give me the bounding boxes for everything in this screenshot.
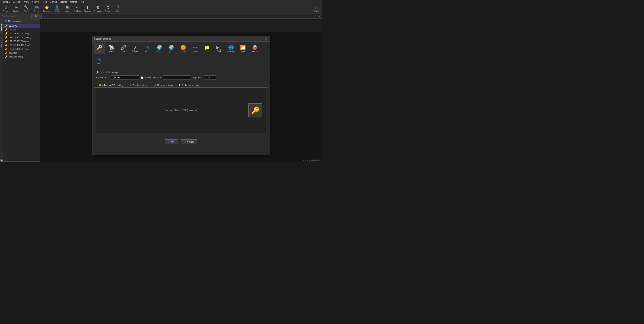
cancel-button[interactable]: ✘ Cancel xyxy=(181,140,198,144)
ftp-proto-icon: 🌍 xyxy=(168,45,174,50)
session-item-5[interactable]: 🔑 192.168.106.189 (root) xyxy=(3,43,40,47)
toolbar-settings[interactable]: ⚙ Settings xyxy=(103,4,113,13)
cancel-x-icon: ✘ xyxy=(184,141,186,143)
sidebar-tab-macros[interactable]: Macros xyxy=(0,40,3,50)
proto-tab-ftp[interactable]: 🌍 FTP xyxy=(166,43,177,54)
session-panel-resize[interactable] xyxy=(3,161,40,162)
toolbar-sessions-label: Sessions xyxy=(43,10,50,12)
proto-tab-ssh[interactable]: 🔑 SSH xyxy=(94,43,105,54)
sidebar-send-btn[interactable]: ▶ xyxy=(0,159,3,162)
specify-username-label: Specify username xyxy=(144,76,161,79)
proto-tab-rsh[interactable]: 🔗 Rsh xyxy=(118,43,129,54)
menu-macros[interactable]: Macros xyxy=(69,0,78,4)
specify-username-checkbox[interactable] xyxy=(141,76,144,79)
sub-tab-advanced-ssh[interactable]: 🔑 Advanced SSH settings xyxy=(96,83,127,87)
proto-tab-mosh-label: Mosh xyxy=(240,51,245,53)
bookmark-settings-icon: ⭐ xyxy=(178,84,181,86)
menu-help[interactable]: Help xyxy=(78,0,86,4)
proto-tab-browser[interactable]: 🌐 Browser xyxy=(225,43,236,54)
toolbar-xserver[interactable]: ✕ X server xyxy=(311,4,321,13)
split-icon: ⊞ xyxy=(66,5,69,10)
sub-tab-terminal[interactable]: 🖥 Terminal settings xyxy=(127,83,151,87)
session-item-4[interactable]: 🔑 192.168.103.56(kyra) xyxy=(3,40,40,43)
session-item-8[interactable]: 🔑 localhost (kyra) xyxy=(3,55,40,59)
remote-host-input[interactable] xyxy=(111,76,140,80)
toolbar-multiexec[interactable]: ↔ MultiExec xyxy=(72,4,82,13)
menu-games[interactable]: Games xyxy=(49,0,58,4)
dialog-close-btn[interactable]: ✕ xyxy=(264,37,268,40)
proto-tab-vnc-label: VNC xyxy=(157,51,161,53)
proto-tab-file[interactable]: 📁 File xyxy=(202,43,213,54)
key-icon-1: 🔑 xyxy=(4,28,8,31)
tunneling-icon: ⬇ xyxy=(86,5,89,10)
proto-tab-ssh-label: SSH xyxy=(98,51,102,53)
key-image: 🔑 xyxy=(248,103,262,118)
toolbar-session[interactable]: 🖥 Session xyxy=(1,4,11,13)
sidebar-collapse-btn[interactable]: « xyxy=(0,19,3,22)
toolbar-view-label: View xyxy=(55,10,59,12)
close-tab-btn[interactable]: ✕ xyxy=(42,14,47,19)
proto-tab-awss3[interactable]: 📦 Aws S3 xyxy=(249,43,260,54)
session-item-7[interactable]: 🔑 localhost xyxy=(3,51,40,55)
new-tab-btn[interactable]: + xyxy=(317,14,322,19)
menu-xserver[interactable]: X server xyxy=(30,0,41,4)
session-item-6[interactable]: 🔑 192.168.106.22 (kyra) xyxy=(3,47,40,51)
session-item-3[interactable]: 🔑 192.168.103.56 (susan) xyxy=(3,36,40,40)
proto-tab-rdp-label: RDP xyxy=(145,51,149,53)
menu-terminal[interactable]: Terminal xyxy=(1,0,12,4)
dialog-buttons: ✔ OK ✘ Cancel xyxy=(92,137,270,147)
proto-tab-telnet[interactable]: 📡 Telnet xyxy=(106,43,117,54)
wsl-proto-icon: ⊞ xyxy=(98,57,102,62)
toolbar: 🖥 Session ✳ Servers 🔧 Tools 🎮 Games ⭐ Se… xyxy=(0,4,322,14)
username-input[interactable] xyxy=(163,76,191,80)
toolbar-sessions[interactable]: ⭐ Sessions xyxy=(42,4,52,13)
menu-settings[interactable]: Settings xyxy=(58,0,68,4)
toolbar-help[interactable]: ❓ Help xyxy=(113,4,123,13)
serial-proto-icon: ✏ xyxy=(193,45,197,50)
proto-tab-wsl[interactable]: ⊞ WSL xyxy=(94,55,105,66)
key-icon-4: 🔑 xyxy=(4,40,8,43)
key-icon-3: 🔑 xyxy=(4,36,8,39)
browser-proto-icon: 🌐 xyxy=(228,45,234,50)
session-item-1[interactable]: 🔑 127.0.0.1 xyxy=(3,28,40,32)
proto-tab-telnet-label: Telnet xyxy=(109,51,114,53)
session-label-0: 127.0.0.1 xyxy=(8,24,18,27)
vertical-sidebar: « Sessions Too... Macros ▶ xyxy=(0,19,3,162)
toolbar-games[interactable]: 🎮 Games xyxy=(32,4,42,13)
toolbar-split[interactable]: ⊞ Split xyxy=(62,4,72,13)
ok-check-icon: ✔ xyxy=(168,141,170,143)
key-large-icon: 🔑 xyxy=(251,106,260,114)
toolbar-view[interactable]: 👤 View xyxy=(52,4,62,13)
sub-tab-bookmark[interactable]: ⭐ Bookmark settings xyxy=(176,83,202,87)
toolbar-tools[interactable]: 🔧 Tools xyxy=(22,4,31,13)
session-item-0[interactable]: 🔑 127.0.0.1 xyxy=(3,24,40,28)
proto-tab-xdmcp[interactable]: ✗ Xdmcp xyxy=(130,43,141,54)
user-browse-icon[interactable]: 👥 xyxy=(193,76,196,79)
proto-tab-serial-label: Serial xyxy=(193,51,198,53)
active-tab[interactable]: 0.01 xyxy=(32,14,42,19)
key-icon-8: 🔑 xyxy=(4,56,8,58)
proto-tab-serial[interactable]: ✏ Serial xyxy=(190,43,201,54)
status-bar: CSDN @xiaobai11234 xyxy=(302,159,322,162)
toolbar-servers[interactable]: ✳ Servers xyxy=(11,4,21,13)
file-proto-icon: 📁 xyxy=(204,45,210,50)
proto-tab-vnc[interactable]: 🌍 VNC xyxy=(154,43,165,54)
toolbar-tools-label: Tools xyxy=(24,10,28,12)
proto-tab-mosh[interactable]: 📶 Mosh xyxy=(237,43,248,54)
proto-tab-rdp[interactable]: ⊞ RDP xyxy=(142,43,153,54)
ok-button[interactable]: ✔ OK xyxy=(165,140,178,144)
quick-connect-input[interactable]: Quick connect... xyxy=(0,14,32,19)
port-input[interactable] xyxy=(204,76,216,80)
proto-tab-shell[interactable]: ▶_ Shell xyxy=(214,43,225,54)
session-item-2[interactable]: 🔑 192.168.103.56 (root) xyxy=(3,32,40,36)
sidebar-tab-tools[interactable]: Too... xyxy=(0,33,3,40)
menu-view[interactable]: View xyxy=(23,0,30,4)
toolbar-packages[interactable]: ⚙ Packages xyxy=(93,4,103,13)
sub-tab-network[interactable]: 🔗 Network settings xyxy=(151,83,176,87)
menu-tools[interactable]: Tools xyxy=(41,0,49,4)
toolbar-tunneling[interactable]: ⬇ Tunneling xyxy=(82,4,92,13)
session-panel: 👤 User sessions 🔑 127.0.0.1 🔑 127.0.0.1 … xyxy=(3,19,40,162)
menu-sessions[interactable]: Sessions xyxy=(12,0,23,4)
sidebar-tab-sessions[interactable]: Sessions xyxy=(0,22,3,33)
proto-tab-sftp[interactable]: 🟠 SFTP xyxy=(178,43,189,54)
